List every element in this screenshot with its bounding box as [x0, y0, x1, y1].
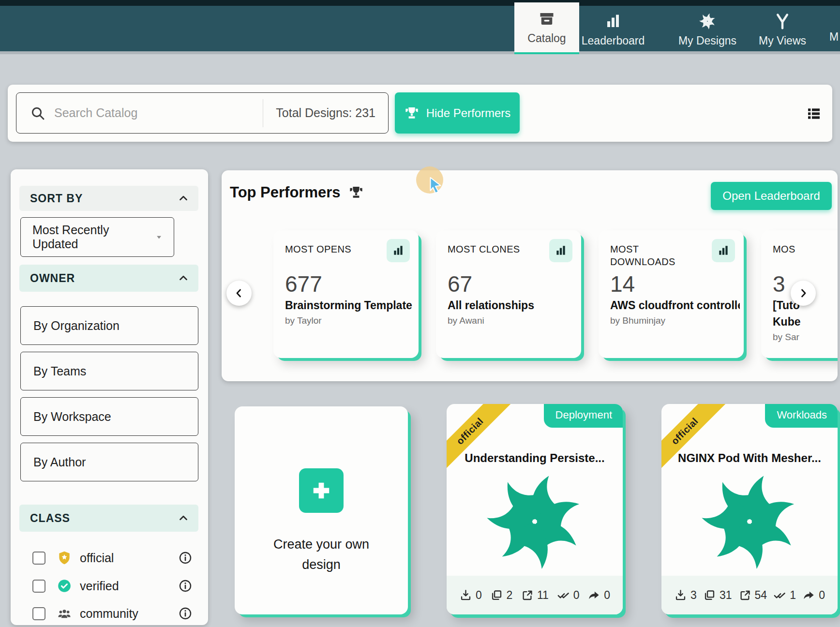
shares-stat: 0	[587, 589, 610, 602]
top-nav: Catalog Leaderboard My Designs My Views …	[0, 6, 840, 54]
info-icon[interactable]	[178, 551, 193, 565]
class-title: CLASS	[30, 512, 70, 525]
performer-card-most-clones[interactable]: MOST CLONES 67 All relationships by Awan…	[436, 230, 581, 358]
class-header: CLASS	[19, 505, 198, 532]
performer-metric-label: MOS	[773, 243, 838, 255]
clone-icon	[703, 589, 716, 602]
type-badge[interactable]: Deployment	[544, 404, 623, 428]
clone-icon	[490, 589, 503, 602]
filter-by-author-button[interactable]: By Author	[20, 443, 198, 481]
tab-catalog[interactable]: Catalog	[514, 2, 579, 54]
top-performers-title-row: Top Performers	[230, 184, 364, 201]
performer-metric-value: 14	[610, 271, 635, 297]
tab-label: Catalog	[527, 32, 566, 45]
downloads-count: 3	[690, 589, 697, 602]
open-external-icon	[738, 589, 751, 602]
create-design-label: Create your own design	[235, 534, 408, 575]
create-design-card[interactable]: Create your own design	[235, 406, 408, 614]
tab-my-designs[interactable]: My Designs	[667, 6, 748, 54]
chevron-up-icon[interactable]	[177, 512, 190, 524]
performer-design-title: Brainstorming Template	[285, 299, 415, 312]
metric-icon-badge	[549, 239, 572, 262]
download-icon	[459, 589, 472, 602]
design-title: NGINX Pod With Mesher...	[668, 451, 831, 465]
tab-label: M	[829, 30, 839, 44]
class-option-community: community	[11, 601, 208, 626]
open-leaderboard-label: Open Leaderboard	[722, 189, 820, 203]
trophy-icon	[348, 185, 364, 200]
plus-button[interactable]	[299, 468, 344, 513]
list-view-icon[interactable]	[806, 106, 822, 121]
tab-my-views[interactable]: My Views	[749, 6, 816, 54]
sort-by-header: SORT BY	[19, 186, 198, 211]
tab-truncated[interactable]: M	[829, 6, 840, 54]
class-option-official: official	[11, 546, 208, 570]
performer-metric-label: MOST OPENS	[285, 243, 377, 255]
design-thumbnail-pinwheel	[484, 471, 585, 572]
sort-by-select[interactable]: Most Recently Updated	[20, 217, 174, 257]
performer-author: by Taylor	[285, 315, 322, 326]
owner-title: OWNER	[30, 272, 75, 285]
community-checkbox[interactable]	[32, 607, 45, 620]
opens-count: 54	[755, 589, 767, 602]
info-icon[interactable]	[178, 579, 193, 593]
chevron-right-icon	[797, 287, 809, 299]
filter-by-workspace-button[interactable]: By Workspace	[20, 397, 198, 436]
performer-card-most-opens[interactable]: MOST OPENS 677 Brainstorming Template by…	[273, 230, 419, 358]
tab-label: Leaderboard	[582, 34, 645, 47]
shares-count: 0	[819, 589, 825, 602]
sort-by-value: Most Recently Updated	[32, 223, 154, 251]
clones-count: 31	[720, 589, 732, 602]
chevron-up-icon[interactable]	[177, 272, 190, 284]
info-icon[interactable]	[178, 606, 193, 621]
performer-design-title: All relationships	[448, 299, 577, 312]
design-card[interactable]: official Workloads NGINX Pod With Mesher…	[661, 404, 838, 614]
checks-count: 1	[790, 589, 796, 602]
performer-card-most-downloads[interactable]: MOST DOWNLOADS 14 AWS cloudfront control…	[599, 230, 744, 358]
top-performers-title: Top Performers	[230, 184, 341, 201]
plus-icon	[309, 478, 334, 503]
filter-by-teams-button[interactable]: By Teams	[20, 352, 198, 390]
opens-stat: 54	[738, 589, 767, 602]
metric-icon-badge	[387, 239, 410, 262]
trophy-icon	[404, 105, 420, 121]
class-option-label: verified	[80, 579, 119, 593]
tab-leaderboard[interactable]: Leaderboard	[580, 6, 646, 54]
clones-count: 2	[507, 589, 513, 602]
shares-stat: 0	[802, 589, 825, 602]
tab-label: My Designs	[678, 34, 736, 47]
filter-sidebar: SORT BY Most Recently Updated OWNER By O…	[11, 169, 208, 625]
verified-checkbox[interactable]	[32, 580, 45, 593]
hide-performers-label: Hide Performers	[426, 106, 511, 120]
pinwheel-icon	[699, 13, 716, 30]
type-badge[interactable]: Workloads	[765, 404, 838, 428]
metric-icon-badge	[712, 239, 735, 262]
opens-count: 11	[537, 589, 549, 602]
top-performers-panel: Top Performers Open Leaderboard MOST OPE…	[222, 170, 838, 381]
open-leaderboard-button[interactable]: Open Leaderboard	[711, 182, 832, 210]
clones-stat: 2	[490, 589, 513, 602]
y-views-icon	[774, 13, 791, 30]
share-icon	[802, 589, 815, 602]
check-circle-icon	[57, 578, 72, 594]
shield-star-icon	[57, 550, 72, 566]
hide-performers-button[interactable]: Hide Performers	[395, 92, 520, 134]
search-box: Total Designs: 231	[16, 92, 389, 134]
filter-by-organization-button[interactable]: By Organization	[20, 306, 198, 345]
share-icon	[587, 589, 600, 602]
performer-metric-value: 677	[285, 271, 322, 297]
chevron-left-icon	[233, 287, 245, 299]
open-external-icon	[521, 589, 534, 602]
design-card[interactable]: official Deployment Understanding Persis…	[447, 404, 623, 614]
carousel-prev-button[interactable]	[226, 281, 252, 306]
bar-chart-icon	[392, 244, 405, 257]
checks-count: 0	[573, 589, 580, 602]
performer-author: by Awani	[448, 315, 484, 326]
carousel-next-button[interactable]	[791, 281, 816, 306]
chevron-up-icon[interactable]	[177, 192, 190, 205]
official-checkbox[interactable]	[32, 552, 45, 565]
search-input[interactable]	[54, 106, 263, 120]
download-icon	[674, 589, 687, 602]
performer-design-title-line2: Kube	[773, 315, 801, 328]
search-icon	[30, 105, 45, 121]
